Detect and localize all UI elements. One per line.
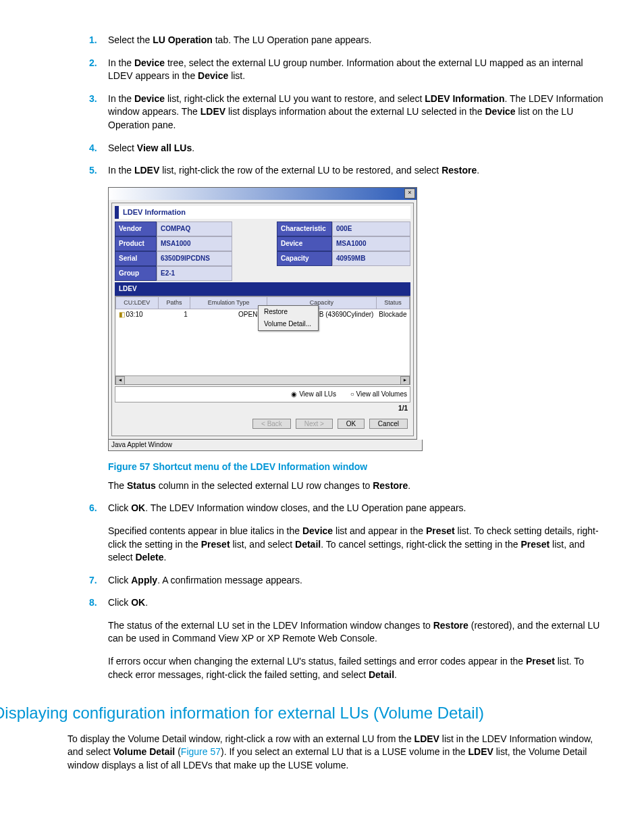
col-status: Status — [376, 297, 409, 309]
back-button: < Back — [252, 419, 291, 429]
scroll-left-icon[interactable]: ◄ — [115, 376, 125, 385]
ldev-information-window: × LDEV Information Vendor COMPAQ Charact… — [108, 187, 417, 440]
label-vendor: Vendor — [115, 221, 157, 236]
value-device: MSA1000 — [332, 236, 410, 251]
figure-57: × LDEV Information Vendor COMPAQ Charact… — [108, 187, 610, 451]
step-6: 6. Click OK. The LDEV Information window… — [108, 502, 610, 564]
cancel-button[interactable]: Cancel — [369, 419, 408, 429]
value-product: MSA1000 — [157, 236, 232, 251]
volume-icon: ◧ — [119, 311, 125, 318]
figure-caption: Figure 57 Shortcut menu of the LDEV Info… — [108, 461, 610, 474]
col-cu-ldev: CU:LDEV — [116, 297, 159, 309]
label-product: Product — [115, 236, 157, 251]
step-8: 8. Click OK. The status of the external … — [108, 596, 610, 681]
radio-view-all-volumes[interactable]: ○ View all Volumes — [350, 390, 407, 398]
step-number: 6. — [89, 502, 97, 515]
figure-link[interactable]: Figure 57 — [181, 746, 221, 757]
page-count: 1/1 — [115, 402, 410, 415]
step-7: 7. Click Apply. A confirmation message a… — [108, 574, 610, 588]
step-2: 2. In the Device tree, select the extern… — [108, 57, 610, 83]
ldev-header: LDEV — [115, 282, 410, 296]
dialog-titlebar: × — [109, 188, 417, 200]
ldev-list[interactable]: CU:LDEV Paths Emulation Type Capacity St… — [115, 296, 410, 385]
java-applet-bar: Java Applet Window — [108, 440, 423, 451]
scrollbar-horizontal[interactable]: ◄ ► — [115, 375, 410, 384]
scroll-right-icon[interactable]: ► — [400, 376, 410, 385]
value-serial: 6350D9IPCDNS — [157, 251, 232, 266]
next-button: Next > — [296, 419, 333, 429]
radio-view-all-lus[interactable]: ◉ View all LUs — [291, 390, 336, 398]
step-3: 3. In the Device list, right-click the e… — [108, 93, 610, 132]
value-vendor: COMPAQ — [157, 221, 232, 236]
step-number: 8. — [89, 596, 97, 610]
section-heading: Displaying configuration information for… — [0, 702, 610, 725]
menu-volume-detail[interactable]: Volume Detail... — [259, 318, 318, 330]
view-options: ◉ View all LUs ○ View all Volumes — [115, 386, 410, 402]
value-group: E2-1 — [157, 266, 232, 281]
label-group: Group — [115, 266, 157, 281]
value-capacity: 40959MB — [332, 251, 410, 266]
step-4: 4. Select View all LUs. — [108, 142, 610, 155]
label-characteristic: Characteristic — [277, 221, 332, 236]
label-capacity: Capacity — [277, 251, 332, 266]
close-icon[interactable]: × — [404, 188, 415, 199]
ok-button[interactable]: OK — [338, 419, 365, 429]
menu-restore[interactable]: Restore — [259, 306, 318, 318]
info-grid: Vendor COMPAQ Characteristic 000E Produc… — [115, 221, 410, 281]
col-emulation: Emulation Type — [190, 297, 267, 309]
label-device: Device — [277, 236, 332, 251]
step-number: 7. — [89, 574, 97, 588]
label-serial: Serial — [115, 251, 157, 266]
step-5: 5. In the LDEV list, right-click the row… — [108, 164, 610, 492]
step-number: 2. — [89, 57, 97, 70]
step-1: 1. Select the LU Operation tab. The LU O… — [108, 34, 610, 47]
context-menu: Restore Volume Detail... — [258, 305, 319, 331]
ldev-info-header: LDEV Information — [115, 206, 410, 219]
section-paragraph: To display the Volume Detail window, rig… — [68, 733, 610, 773]
step-number: 5. — [89, 164, 97, 178]
step-number: 4. — [89, 142, 97, 155]
col-paths: Paths — [158, 297, 190, 309]
value-characteristic: 000E — [332, 221, 410, 236]
step-number: 1. — [89, 34, 97, 47]
step-number: 3. — [89, 93, 97, 106]
